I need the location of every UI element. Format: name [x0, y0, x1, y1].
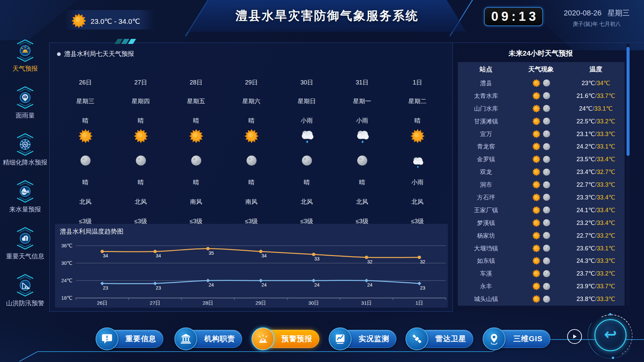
station-row: 山门水库 24℃/33.1℃: [458, 102, 625, 115]
monitor-chart-icon: [334, 333, 346, 345]
nav-button-icon-circle: [329, 327, 352, 350]
moon-icon: [191, 156, 201, 166]
moon-icon: [543, 257, 550, 264]
svg-text:26日: 26日: [97, 300, 108, 306]
station-temp-high: 33.2℃: [597, 118, 615, 125]
moon-icon: [543, 118, 550, 125]
moon-icon: [543, 169, 550, 176]
table-scrollbar-track[interactable]: [627, 44, 630, 306]
station-temp-high: 33.2℃: [597, 232, 615, 239]
station-temp: 23℃/34℃: [568, 79, 624, 87]
station-weather-icons: [514, 168, 568, 176]
moon-icon: [136, 156, 146, 166]
sun-icon: [532, 231, 541, 240]
sidebar-item-weather-forecast[interactable]: 天气预报: [2, 39, 48, 73]
satellite-icon: [411, 333, 423, 345]
station-temp-low: 24.2℃: [577, 143, 595, 150]
station-name: 梦溪镇: [458, 219, 514, 227]
moon-icon: [357, 156, 367, 166]
station-row: 梦溪镇 23.2℃/33.4℃: [458, 217, 625, 229]
back-button[interactable]: ↩: [594, 319, 627, 351]
svg-text:24: 24: [262, 282, 267, 288]
forecast-weekday: 星期四: [113, 97, 168, 105]
sun-icon: [71, 13, 87, 28]
svg-text:23: 23: [156, 285, 161, 291]
station-name: 大堰垱镇: [458, 244, 514, 252]
svg-text:32: 32: [367, 259, 373, 264]
sidebar-item-inflow-forecast[interactable]: 来水量预报: [2, 180, 48, 214]
moon-icon: [302, 156, 312, 166]
station-temp: 23.8℃/33.3℃: [568, 295, 624, 303]
date-text: 2020-08-26: [564, 9, 602, 17]
nav-button-org-duty[interactable]: 机构职责: [174, 327, 243, 350]
nav-button-icon-circle: [252, 327, 274, 350]
forecast-day-column: 29日星期六晴 晴南风≤3级: [224, 59, 279, 220]
station-weather-icons: [514, 295, 568, 303]
forecast-weekday: 星期一: [334, 97, 390, 105]
forecast-day-weather: 小雨: [279, 117, 334, 125]
station-name: 金罗镇: [458, 155, 514, 163]
station-name: 永丰: [458, 282, 514, 290]
nav-button-important-info[interactable]: 重要信息: [96, 327, 164, 350]
svg-text:24℃: 24℃: [61, 278, 72, 283]
moon-icon: [543, 194, 550, 201]
forecast-day-column: 27日星期四晴 晴北风≤3级: [113, 59, 168, 220]
next24h-title: 未来24小时天气预报: [457, 49, 625, 58]
sun-icon: [532, 219, 541, 227]
forecast-siren-icon: [14, 39, 36, 62]
rain-gauge-icon: [14, 86, 36, 109]
station-temp-low: 23.8℃: [577, 296, 595, 302]
sidebar-item-weather-info[interactable]: 重要天气信息: [2, 227, 48, 261]
forecast-wind-direction: 北风: [113, 198, 168, 206]
svg-text:33: 33: [314, 256, 320, 261]
forecast-night-icon-wrap: [113, 156, 168, 166]
station-name: 城头山镇: [458, 295, 514, 303]
play-button[interactable]: [567, 329, 582, 344]
nav-button-warning-forecast[interactable]: 预警预报: [252, 327, 320, 350]
svg-text:34: 34: [262, 253, 267, 258]
moon-icon: [543, 270, 550, 277]
forecast-night-weather: 晴: [224, 178, 279, 186]
forecast-night-weather: 晴: [168, 178, 224, 186]
nav-button-live-monitor[interactable]: 实况监测: [329, 327, 397, 350]
temperature-trend-box: 澧县水利局温度趋势图 36℃30℃24℃18℃26日27日28日29日30日31…: [55, 224, 448, 308]
forecast-day-weather: 晴: [168, 117, 224, 125]
station-temp-low: 22.7℃: [577, 181, 595, 188]
station-weather-icons: [514, 130, 568, 138]
station-weather-icons: [514, 231, 568, 240]
column-header-temp: 温度: [568, 65, 624, 74]
forecast-date: 29日: [224, 78, 279, 86]
nav-button-icon-circle: [406, 327, 428, 350]
refined-precip-icon: [14, 133, 36, 156]
sidebar-item-areal-rainfall[interactable]: 面雨量: [2, 86, 48, 120]
sidebar-item-refined-precip[interactable]: 精细化降水预报: [2, 133, 48, 167]
station-temp: 23.3℃/33.4℃: [568, 194, 624, 201]
nav-button-label: 机构职责: [199, 330, 241, 348]
sun-icon: [532, 168, 541, 176]
svg-text:24: 24: [367, 282, 373, 288]
table-scrollbar-thumb[interactable]: [627, 47, 630, 156]
sun-icon: [410, 129, 425, 143]
station-weather-icons: [514, 155, 568, 164]
sun-icon: [71, 13, 87, 30]
sidebar-item-flood-warning[interactable]: 山洪防汛预警: [2, 274, 48, 308]
station-weather-icons: [514, 92, 568, 100]
nav-button-gis-3d[interactable]: 三维GIS: [483, 327, 551, 350]
bank-icon: [180, 333, 192, 345]
station-name: 宜万: [458, 130, 514, 138]
svg-text:30℃: 30℃: [61, 260, 72, 266]
station-temp-high: 33.3℃: [597, 257, 615, 264]
station-temp-high: 33.2℃: [597, 270, 615, 277]
station-temp: 22.5℃/33.2℃: [568, 118, 624, 125]
nav-button-radar-satellite[interactable]: 雷达卫星: [406, 327, 474, 350]
forecast-date: 28日: [168, 78, 224, 86]
sun-icon: [532, 155, 541, 164]
station-name: 车溪: [458, 269, 514, 278]
sun-icon: [532, 117, 541, 126]
sidebar-item-label: 天气预报: [3, 64, 48, 73]
svg-text:34: 34: [156, 253, 161, 258]
station-temp: 21.6℃/33.7℃: [568, 92, 624, 100]
station-temp: 23.9℃/33.7℃: [568, 283, 624, 290]
bullet-dot-icon: [57, 52, 61, 56]
decor-dot: [609, 313, 611, 315]
